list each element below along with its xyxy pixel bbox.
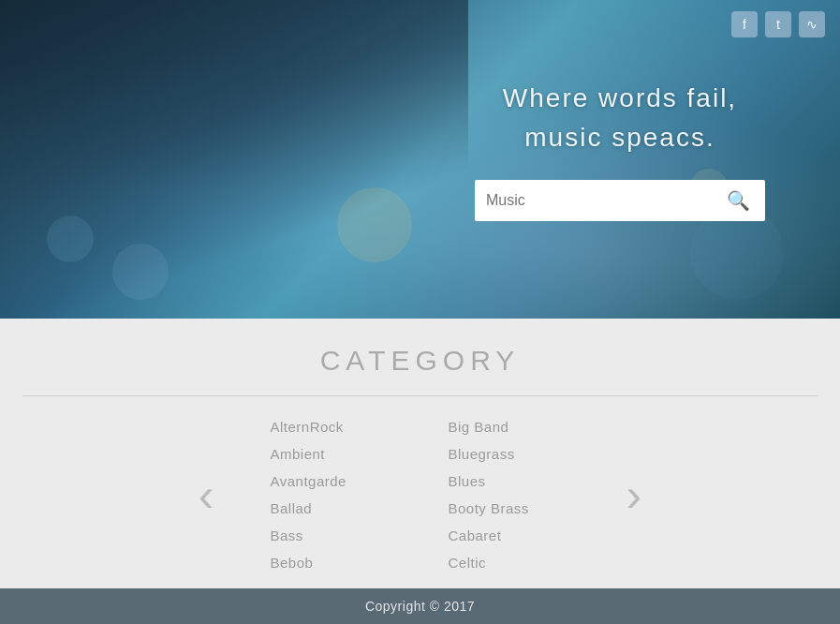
category-divider xyxy=(22,395,818,396)
rss-icon[interactable]: ∿ xyxy=(799,11,825,37)
category-section: CATEGORY ‹ AlternRock Big Band Ambient B… xyxy=(0,319,840,597)
hero-content: Where words fail, music speacs. 🔍 xyxy=(475,79,765,221)
copyright-text: Copyright © 2017 xyxy=(365,599,475,614)
list-item[interactable]: Ambient xyxy=(271,442,392,466)
bokeh-3 xyxy=(112,244,169,300)
list-item[interactable]: Avantgarde xyxy=(271,469,392,493)
twitter-icon[interactable]: t xyxy=(765,11,791,37)
bokeh-2 xyxy=(47,215,94,262)
hero-tagline: Where words fail, music speacs. xyxy=(503,79,737,157)
search-button[interactable]: 🔍 xyxy=(723,186,754,215)
list-item[interactable]: AlternRock xyxy=(271,415,392,438)
list-item[interactable]: Bluegrass xyxy=(449,442,570,466)
search-bar: 🔍 xyxy=(475,180,765,221)
list-item[interactable]: Blues xyxy=(449,469,570,493)
list-item[interactable]: Cabaret xyxy=(449,524,570,547)
list-item[interactable]: Ballad xyxy=(271,497,392,520)
list-item[interactable]: Booty Brass xyxy=(449,497,570,520)
prev-arrow[interactable]: ‹ xyxy=(180,471,233,518)
hero-section: f t ∿ Where words fail, music speacs. 🔍 xyxy=(0,0,840,319)
facebook-icon[interactable]: f xyxy=(731,11,758,37)
category-nav: ‹ AlternRock Big Band Ambient Bluegrass … xyxy=(0,415,840,574)
list-item[interactable]: Big Band xyxy=(449,415,570,438)
footer: Copyright © 2017 xyxy=(0,588,840,624)
bokeh-1 xyxy=(337,187,412,262)
list-item[interactable]: Celtic xyxy=(449,551,570,574)
hero-guitar-bg xyxy=(0,0,468,319)
category-grid: AlternRock Big Band Ambient Bluegrass Av… xyxy=(233,415,608,574)
next-arrow[interactable]: › xyxy=(608,471,661,518)
list-item[interactable]: Bebob xyxy=(271,551,392,574)
search-input[interactable] xyxy=(486,192,723,209)
category-title: CATEGORY xyxy=(0,345,840,377)
social-links: f t ∿ xyxy=(731,11,825,37)
list-item[interactable]: Bass xyxy=(271,524,392,547)
